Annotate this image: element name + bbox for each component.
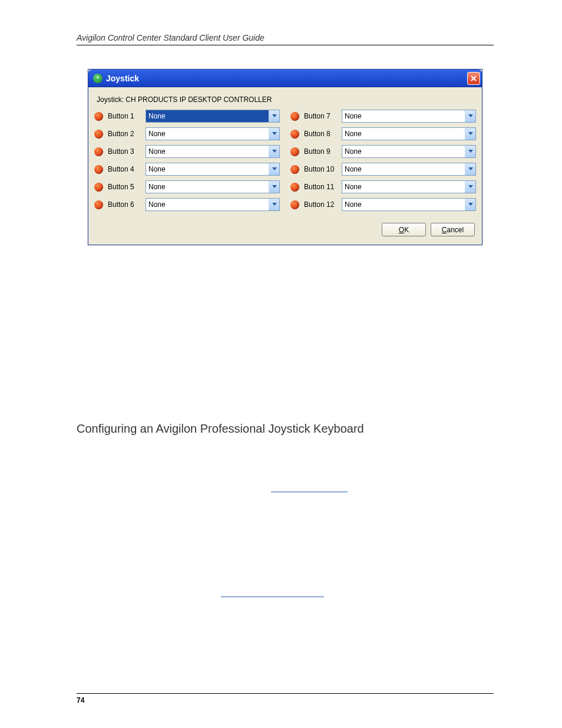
button-bullet-icon: [290, 200, 299, 209]
button-bullet-icon: [290, 112, 299, 121]
device-label: Joystick: CH PRODUCTS IP DESKTOP CONTROL…: [94, 93, 476, 110]
button-bullet-icon: [94, 200, 103, 209]
button-row: Button 5None: [94, 180, 280, 193]
button-row: Button 3None: [94, 145, 280, 158]
joystick-dialog: Joystick Joystick: CH PRODUCTS IP DESKTO…: [88, 69, 482, 245]
buttons-column-left: Button 1NoneButton 2NoneButton 3NoneButt…: [94, 110, 280, 216]
button-label: Button 6: [108, 200, 142, 209]
chevron-down-icon: [465, 199, 475, 210]
dialog-title: Joystick: [106, 74, 467, 83]
select-value: None: [342, 128, 465, 140]
chevron-down-icon: [465, 163, 475, 175]
button-action-select[interactable]: None: [146, 110, 280, 123]
svg-point-0: [97, 76, 99, 78]
ok-label-tail: K: [404, 226, 409, 234]
ok-button[interactable]: OK: [382, 223, 426, 236]
button-row: Button 9None: [290, 145, 476, 158]
button-action-select[interactable]: None: [146, 163, 280, 176]
button-bullet-icon: [94, 112, 103, 121]
chevron-down-icon: [269, 199, 279, 210]
chevron-down-icon: [269, 110, 279, 122]
button-bullet-icon: [94, 183, 103, 192]
button-row: Button 12None: [290, 198, 476, 211]
button-row: Button 7None: [290, 110, 476, 123]
joystick-icon: [93, 74, 103, 83]
hyperlink-placeholder-1[interactable]: [271, 491, 348, 492]
button-row: Button 11None: [290, 180, 476, 193]
button-row: Button 4None: [94, 163, 280, 176]
button-label: Button 4: [108, 165, 142, 173]
select-value: None: [146, 181, 269, 193]
dialog-titlebar: Joystick: [88, 70, 482, 87]
button-label: Button 5: [108, 183, 142, 191]
buttons-column-right: Button 7NoneButton 8NoneButton 9NoneButt…: [290, 110, 476, 216]
button-label: Button 11: [304, 183, 338, 191]
dialog-body: Joystick: CH PRODUCTS IP DESKTOP CONTROL…: [88, 87, 482, 245]
button-action-select[interactable]: None: [342, 198, 476, 211]
button-action-select[interactable]: None: [146, 145, 280, 158]
button-label: Button 12: [304, 200, 338, 209]
button-bullet-icon: [290, 183, 299, 192]
button-bullet-icon: [94, 147, 103, 156]
button-row: Button 8None: [290, 127, 476, 140]
cancel-label-tail: ancel: [447, 226, 464, 234]
button-action-select[interactable]: None: [146, 198, 280, 211]
button-label: Button 2: [108, 130, 142, 138]
button-row: Button 1None: [94, 110, 280, 123]
select-value: None: [342, 181, 465, 193]
select-value: None: [342, 146, 465, 157]
button-action-select[interactable]: None: [342, 180, 476, 193]
button-action-select[interactable]: None: [342, 110, 476, 123]
chevron-down-icon: [465, 128, 475, 140]
select-value: None: [342, 163, 465, 175]
select-value: None: [146, 163, 269, 175]
chevron-down-icon: [465, 146, 475, 157]
button-row: Button 6None: [94, 198, 280, 211]
button-label: Button 1: [108, 112, 142, 120]
button-label: Button 10: [304, 165, 338, 173]
section-heading: Configuring an Avigilon Professional Joy…: [77, 422, 494, 436]
chevron-down-icon: [269, 146, 279, 157]
select-value: None: [146, 128, 269, 140]
button-action-select[interactable]: None: [342, 127, 476, 140]
button-action-select[interactable]: None: [146, 180, 280, 193]
cancel-button[interactable]: Cancel: [431, 223, 475, 236]
page-number: 74: [77, 693, 494, 704]
button-bullet-icon: [290, 130, 299, 139]
chevron-down-icon: [465, 181, 475, 193]
button-bullet-icon: [290, 165, 299, 174]
button-row: Button 2None: [94, 127, 280, 140]
select-value: None: [146, 146, 269, 157]
button-action-select[interactable]: None: [342, 163, 476, 176]
button-label: Button 3: [108, 147, 142, 156]
select-value: None: [342, 110, 465, 122]
button-bullet-icon: [94, 165, 103, 174]
select-value: None: [146, 199, 269, 210]
chevron-down-icon: [465, 110, 475, 122]
doc-header: Avigilon Control Center Standard Client …: [77, 33, 494, 45]
button-bullet-icon: [94, 130, 103, 139]
hyperlink-placeholder-2[interactable]: [221, 596, 324, 597]
button-action-select[interactable]: None: [146, 127, 280, 140]
chevron-down-icon: [269, 163, 279, 175]
close-button[interactable]: [467, 72, 480, 85]
button-row: Button 10None: [290, 163, 476, 176]
button-label: Button 9: [304, 147, 338, 156]
chevron-down-icon: [269, 181, 279, 193]
chevron-down-icon: [269, 128, 279, 140]
select-value: None: [146, 110, 269, 122]
button-action-select[interactable]: None: [342, 145, 476, 158]
button-bullet-icon: [290, 147, 299, 156]
button-label: Button 8: [304, 130, 338, 138]
button-label: Button 7: [304, 112, 338, 120]
select-value: None: [342, 199, 465, 210]
